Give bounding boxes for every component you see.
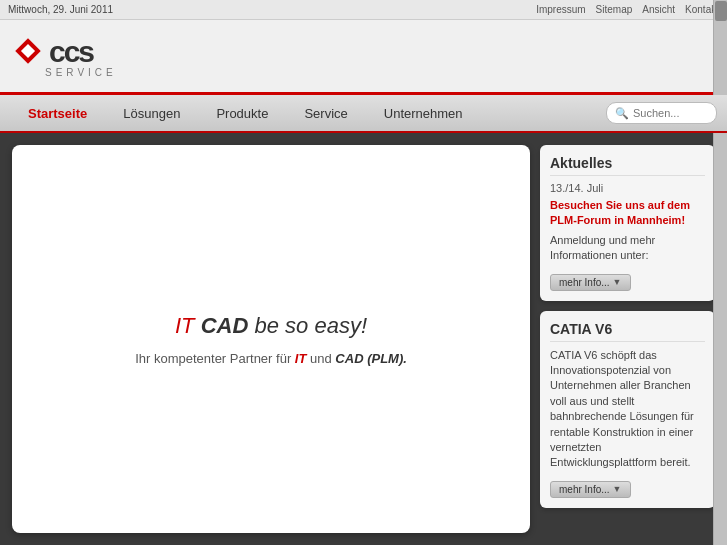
nav-startseite[interactable]: Startseite [10, 98, 105, 129]
ansicht-link[interactable]: Ansicht [642, 4, 675, 15]
hero-title: IT CAD be so easy! [175, 313, 367, 339]
aktuelles-mehr-label: mehr Info... [559, 277, 610, 288]
scrollbar-thumb[interactable] [715, 1, 727, 21]
nav-unternehmen[interactable]: Unternehmen [366, 98, 481, 129]
aktuelles-date: 13./14. Juli [550, 182, 705, 194]
top-bar-links: Impressum Sitemap Ansicht Kontakt [536, 4, 719, 15]
nav-service[interactable]: Service [286, 98, 365, 129]
top-bar-date: Mittwoch, 29. Juni 2011 [8, 4, 113, 15]
logo-service: Service [45, 67, 117, 78]
search-icon: 🔍 [615, 107, 629, 120]
scrollbar[interactable] [713, 0, 727, 545]
catia-body: CATIA V6 schöpft das Innovationspotenzia… [550, 348, 705, 471]
aktuelles-mehr-button[interactable]: mehr Info... ▼ [550, 274, 631, 291]
hero-it: IT [175, 313, 195, 338]
search-box[interactable]: 🔍 [606, 102, 717, 124]
header: ccs Service [0, 20, 727, 95]
nav-loesungen[interactable]: Lösungen [105, 98, 198, 129]
aktuelles-title: Aktuelles [550, 155, 705, 176]
nav-items: Startseite Lösungen Produkte Service Unt… [10, 98, 606, 129]
hero-subtitle-it: IT [295, 351, 307, 366]
hero-subtitle: Ihr kompetenter Partner für IT und CAD (… [135, 351, 407, 366]
mehr-arrow-icon: ▼ [613, 277, 622, 287]
catia-mehr-label: mehr Info... [559, 484, 610, 495]
logo: ccs Service [15, 35, 117, 78]
hero-rest: be so easy! [254, 313, 367, 338]
aktuelles-body: Anmeldung und mehr Informationen unter: [550, 233, 705, 264]
sitemap-link[interactable]: Sitemap [596, 4, 633, 15]
hero-subtitle-pre: Ihr kompetenter Partner für [135, 351, 291, 366]
search-input[interactable] [633, 107, 708, 119]
hero-subtitle-und: und [310, 351, 332, 366]
nav-produkte[interactable]: Produkte [198, 98, 286, 129]
impressum-link[interactable]: Impressum [536, 4, 585, 15]
right-panel: Aktuelles 13./14. Juli Besuchen Sie uns … [540, 145, 715, 533]
hero-subtitle-cad: CAD (PLM). [335, 351, 407, 366]
hero-panel: IT CAD be so easy! Ihr kompetenter Partn… [12, 145, 530, 533]
aktuelles-card: Aktuelles 13./14. Juli Besuchen Sie uns … [540, 145, 715, 301]
main-content: IT CAD be so easy! Ihr kompetenter Partn… [0, 133, 727, 545]
catia-mehr-arrow-icon: ▼ [613, 484, 622, 494]
hero-cad: CAD [201, 313, 249, 338]
catia-title: CATIA V6 [550, 321, 705, 342]
catia-card: CATIA V6 CATIA V6 schöpft das Innovation… [540, 311, 715, 508]
top-bar: Mittwoch, 29. Juni 2011 Impressum Sitema… [0, 0, 727, 20]
logo-text: ccs [49, 35, 93, 69]
catia-mehr-button[interactable]: mehr Info... ▼ [550, 481, 631, 498]
nav: Startseite Lösungen Produkte Service Unt… [0, 95, 727, 133]
aktuelles-link-text[interactable]: Besuchen Sie uns auf dem PLM-Forum in Ma… [550, 198, 705, 229]
logo-icon: ccs [15, 35, 93, 69]
